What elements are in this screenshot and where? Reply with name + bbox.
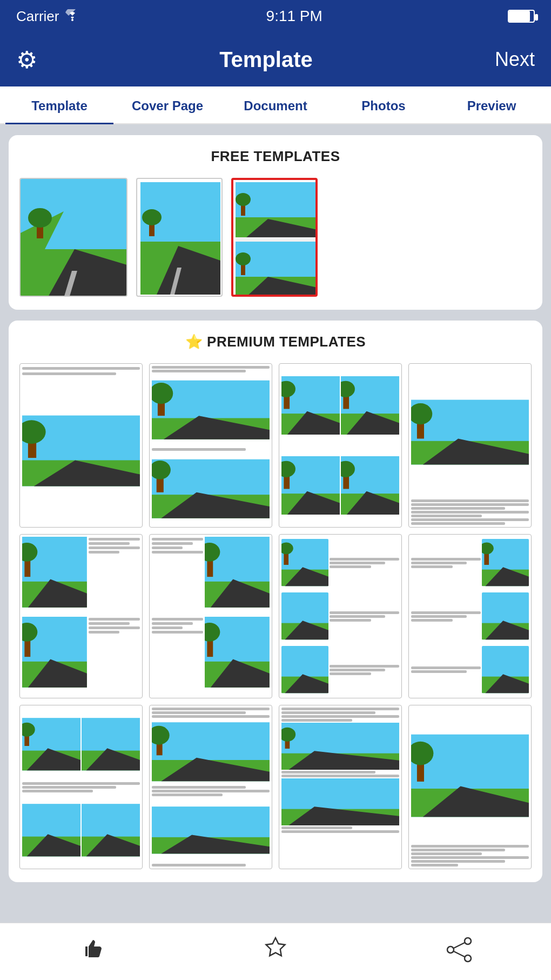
premium-template-10[interactable] xyxy=(149,705,272,869)
svg-point-7 xyxy=(28,208,52,228)
free-template-1[interactable] xyxy=(19,178,127,297)
status-bar: Carrier 9:11 PM xyxy=(0,0,551,32)
carrier-label: Carrier xyxy=(16,8,59,25)
premium-7-img3 xyxy=(281,646,328,693)
nav-title: Template xyxy=(219,48,313,72)
premium-template-2[interactable] xyxy=(149,363,272,528)
premium-12-img1 xyxy=(411,708,529,844)
premium-9-img4 xyxy=(82,794,140,867)
premium-templates-title: ⭐ PREMIUM TEMPLATES xyxy=(19,334,532,350)
premium-9-img3 xyxy=(22,794,80,867)
svg-point-144 xyxy=(465,955,471,962)
premium-8-img1 xyxy=(482,539,529,586)
premium-template-9[interactable] xyxy=(19,705,143,869)
wifi-icon xyxy=(64,8,80,25)
premium-9-img2 xyxy=(82,708,140,781)
nav-bar: ⚙ Template Next xyxy=(0,32,551,86)
premium-template-7[interactable] xyxy=(279,534,402,698)
free-templates-row xyxy=(19,178,532,297)
premium-8-img2 xyxy=(482,592,529,639)
battery-icon xyxy=(508,10,535,23)
carrier-wifi: Carrier xyxy=(16,8,80,25)
tab-cover-page[interactable]: Cover Page xyxy=(113,86,221,123)
premium-grid-row-3 xyxy=(19,705,532,869)
free-templates-section: FREE TEMPLATES xyxy=(9,135,542,310)
favorites-button[interactable] xyxy=(259,934,292,972)
premium-grid-row-2 xyxy=(19,534,532,698)
premium-template-4[interactable] xyxy=(408,363,532,528)
main-content: FREE TEMPLATES xyxy=(0,124,551,923)
premium-template-8[interactable] xyxy=(408,534,532,698)
tab-document[interactable]: Document xyxy=(221,86,330,123)
premium-3-img1 xyxy=(281,366,340,445)
tab-preview[interactable]: Preview xyxy=(438,86,546,123)
free-template-2-preview xyxy=(140,182,220,295)
premium-3-img4 xyxy=(341,446,399,525)
premium-7-img1 xyxy=(281,539,328,586)
star-icon xyxy=(259,934,292,966)
premium-template-12[interactable] xyxy=(408,705,532,869)
bottom-bar xyxy=(0,923,551,980)
premium-5-img2 xyxy=(22,617,87,688)
free-template-3[interactable] xyxy=(231,178,318,297)
svg-point-143 xyxy=(447,946,454,953)
premium-9-img1 xyxy=(22,708,80,781)
premium-7-img2 xyxy=(281,592,328,639)
time-display: 9:11 PM xyxy=(266,8,322,25)
premium-10-img2 xyxy=(152,797,270,863)
svg-line-146 xyxy=(454,951,465,957)
premium-5-img1 xyxy=(22,537,87,608)
svg-rect-19 xyxy=(236,237,318,242)
share-icon xyxy=(443,934,475,966)
premium-title-text: PREMIUM TEMPLATES xyxy=(207,334,366,350)
premium-6-img1 xyxy=(205,537,270,608)
premium-6-img2 xyxy=(205,617,270,688)
premium-templates-section: ⭐ PREMIUM TEMPLATES xyxy=(9,321,542,882)
free-template-2[interactable] xyxy=(136,178,223,297)
settings-icon[interactable]: ⚙ xyxy=(16,46,37,74)
premium-8-img3 xyxy=(482,646,529,693)
premium-1-image xyxy=(22,377,140,525)
svg-line-145 xyxy=(454,943,465,948)
next-button[interactable]: Next xyxy=(495,48,535,71)
svg-point-142 xyxy=(465,938,471,944)
free-templates-title: FREE TEMPLATES xyxy=(19,148,532,165)
premium-template-6[interactable] xyxy=(149,534,272,698)
premium-10-img1 xyxy=(152,719,270,785)
premium-grid-row-1 xyxy=(19,363,532,528)
premium-2-image-bottom xyxy=(152,452,270,525)
premium-template-5[interactable] xyxy=(19,534,143,698)
tab-bar: Template Cover Page Document Photos Prev… xyxy=(0,86,551,124)
thumbs-up-icon xyxy=(76,934,108,966)
premium-template-11[interactable] xyxy=(279,705,402,869)
svg-point-18 xyxy=(236,193,251,206)
free-template-1-preview xyxy=(21,179,127,297)
premium-template-1[interactable] xyxy=(19,363,143,528)
premium-2-image-top xyxy=(152,374,270,446)
premium-11-img1 xyxy=(281,723,399,770)
like-button[interactable] xyxy=(76,934,108,972)
premium-template-3[interactable] xyxy=(279,363,402,528)
share-button[interactable] xyxy=(443,934,475,972)
premium-3-img3 xyxy=(281,446,340,525)
tab-template[interactable]: Template xyxy=(5,86,113,123)
premium-3-img2 xyxy=(341,366,399,445)
svg-point-0 xyxy=(71,19,73,21)
tab-photos[interactable]: Photos xyxy=(330,86,438,123)
premium-11-img2 xyxy=(281,778,399,825)
premium-4-image xyxy=(411,366,529,498)
svg-point-24 xyxy=(236,252,251,265)
premium-star-icon: ⭐ xyxy=(185,334,203,350)
free-template-3-preview xyxy=(236,182,318,297)
svg-point-13 xyxy=(142,209,162,225)
